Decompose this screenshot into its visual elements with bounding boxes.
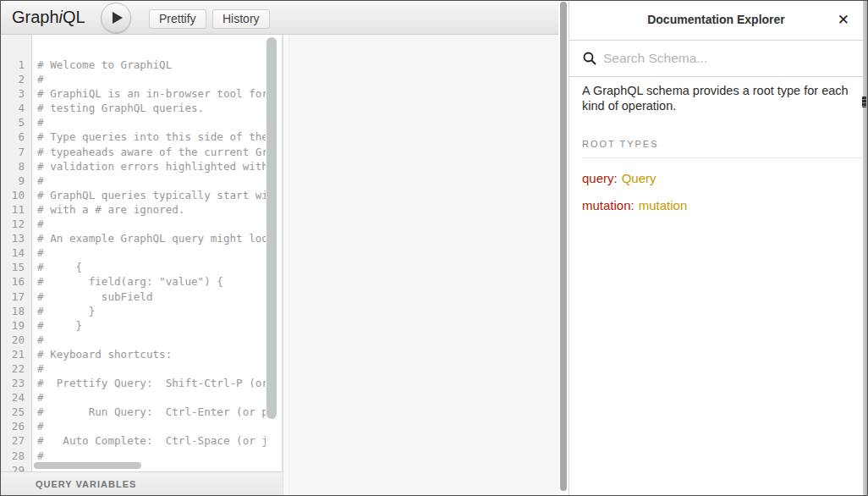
editor-line-text: # Auto Complete: Ctrl-Space (or just sta… — [25, 433, 266, 448]
editor-line: 8 # validation errors highlighted within… — [0, 159, 266, 174]
editor-line: 7 # typeaheads aware of the current Grap… — [0, 145, 266, 159]
line-number: 15 — [0, 260, 25, 274]
line-number: 22 — [0, 361, 25, 376]
editor-vertical-scrollbar[interactable] — [266, 37, 277, 419]
editor-line-text: # Run Query: Ctrl-Enter (or press the pl… — [25, 405, 266, 419]
line-number: 13 — [0, 231, 25, 245]
editor-line-text: # GraphQL queries typically start with a… — [25, 188, 266, 202]
editor-line: 15 # { — [0, 260, 266, 274]
line-number: 16 — [0, 274, 25, 289]
editor-line-text: # Prettify Query: Shift-Ctrl-P (or press… — [25, 376, 266, 390]
query-editor[interactable]: 1 # Welcome to GraphiQL 2 # 3 # GraphiQL… — [0, 35, 283, 471]
editor-line: 11 # with a # are ignored. — [0, 202, 266, 217]
type-name-link[interactable]: mutation — [639, 198, 688, 212]
editor-line-text: # } — [25, 304, 95, 318]
editor-line: 4 # testing GraphQL queries. — [0, 101, 266, 115]
editor-line-text: # } — [25, 318, 82, 333]
editor-line: 21 # Keyboard shortcuts: — [0, 347, 266, 361]
editor-line: 28 # — [0, 449, 266, 463]
execute-query-button[interactable] — [101, 3, 131, 33]
graphiql-logo: GraphiQL — [12, 0, 85, 34]
editor-line-text: # — [25, 419, 44, 433]
line-number: 8 — [0, 159, 25, 174]
editor-line-text: # Type queries into this side of the scr… — [25, 130, 266, 144]
editor-line: 19 # } — [0, 318, 266, 333]
type-name-link[interactable]: Query — [622, 171, 656, 185]
separator: : — [614, 171, 618, 185]
toolbar: GraphiQL Prettify History — [0, 0, 558, 35]
doc-explorer-header: Documentation Explorer ✕ — [569, 0, 863, 41]
line-number: 4 — [0, 101, 25, 115]
line-number: 25 — [0, 405, 25, 419]
line-number: 9 — [0, 174, 25, 188]
editor-line-text: # { — [25, 260, 82, 274]
line-number: 14 — [0, 245, 25, 260]
editor-line-text: # — [25, 449, 44, 463]
line-number: 2 — [0, 72, 25, 86]
search-schema-input[interactable] — [603, 41, 849, 75]
line-number: 12 — [0, 217, 25, 231]
editor-line: 3 # GraphiQL is an in-browser tool for w… — [0, 86, 266, 101]
scrollbar-grip[interactable] — [862, 96, 866, 107]
editor-line: 25 # Run Query: Ctrl-Enter (or press the… — [0, 405, 266, 419]
schema-description: A GraphQL schema provides a root type fo… — [582, 84, 850, 113]
line-number: 3 — [0, 86, 25, 101]
close-icon[interactable]: ✕ — [834, 0, 853, 40]
editor-line: 1 # Welcome to GraphiQL — [0, 58, 266, 72]
editor-line-text: # subField — [25, 289, 152, 304]
editor-line: 6 # Type queries into this side of the s… — [0, 130, 266, 144]
editor-line-text: # Welcome to GraphiQL — [25, 58, 172, 72]
editor-line: 16 # field(arg: "value") { — [0, 274, 266, 289]
line-number: 29 — [0, 463, 25, 471]
search-icon — [583, 52, 596, 65]
line-number: 7 — [0, 145, 25, 159]
editor-line-text: # — [25, 245, 44, 260]
line-number: 24 — [0, 390, 25, 405]
prettify-button[interactable]: Prettify — [149, 9, 206, 29]
line-number: 10 — [0, 188, 25, 202]
result-pane — [289, 35, 558, 495]
history-button[interactable]: History — [212, 9, 270, 29]
editor-line: 24 # — [0, 390, 266, 405]
editor-line-text: # — [25, 115, 44, 130]
field-keyword: query — [582, 171, 614, 185]
separator: : — [631, 198, 635, 212]
editor-line: 9 # — [0, 174, 266, 188]
editor-line-text: # field(arg: "value") { — [25, 274, 223, 289]
editor-line-text: # — [25, 174, 44, 188]
root-types-heading: ROOT TYPES — [582, 139, 850, 149]
query-variables-bar[interactable]: QUERY VARIABLES — [0, 471, 283, 496]
logo-text: Graph — [12, 8, 59, 26]
query-editor-lines: 1 # Welcome to GraphiQL 2 # 3 # GraphiQL… — [0, 58, 266, 471]
page-scrollbar-thumb[interactable] — [560, 2, 567, 491]
editor-line: 17 # subField — [0, 289, 266, 304]
line-number: 18 — [0, 304, 25, 318]
editor-horizontal-scrollbar[interactable] — [34, 462, 141, 469]
line-number: 23 — [0, 376, 25, 390]
editor-line-text: # — [25, 333, 44, 347]
pane-resize-divider[interactable] — [283, 35, 289, 495]
window-edge — [863, 0, 868, 496]
editor-line: 2 # — [0, 72, 266, 86]
editor-line-text: # — [25, 72, 44, 86]
line-number: 27 — [0, 433, 25, 448]
root-type-row: query:Query — [582, 171, 850, 185]
editor-line: 5 # — [0, 115, 266, 130]
editor-line-text: # typeaheads aware of the current GraphQ… — [25, 145, 266, 159]
page-scrollbar-track — [558, 0, 569, 496]
query-variables-title: QUERY VARIABLES — [36, 472, 136, 496]
root-type-row: mutation:mutation — [582, 198, 850, 212]
editor-line-text: # GraphiQL is an in-browser tool for wri… — [25, 86, 266, 101]
line-number: 5 — [0, 115, 25, 130]
editor-line-text: # — [25, 361, 44, 376]
editor-line: 12 # — [0, 217, 266, 231]
doc-explorer-content: A GraphQL schema provides a root type fo… — [569, 77, 863, 212]
doc-explorer-title: Documentation Explorer — [569, 0, 863, 40]
field-keyword: mutation — [582, 198, 631, 212]
editor-line: 10 # GraphQL queries typically start wit… — [0, 188, 266, 202]
logo-text: QL — [63, 8, 85, 26]
line-number: 17 — [0, 289, 25, 304]
editor-line: 13 # An example GraphQL query might look… — [0, 231, 266, 245]
line-number: 6 — [0, 130, 25, 144]
editor-line-text: # An example GraphQL query might look li… — [25, 231, 266, 245]
